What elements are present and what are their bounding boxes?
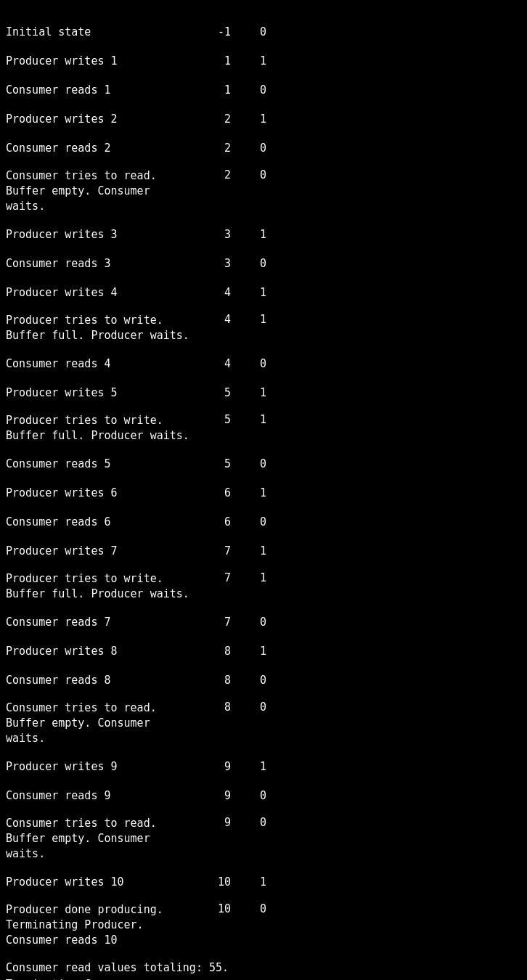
footer-text: Consumer read values totaling: 55.Termin…: [6, 954, 521, 980]
table-row: Producer writes 551: [6, 378, 521, 407]
count-cell: 0: [253, 616, 340, 629]
buffer-cell: 2: [195, 168, 253, 181]
operation-cell: Consumer reads 9: [6, 788, 195, 804]
table-row: Consumer reads 550: [6, 449, 521, 478]
table-row: Consumer reads 440: [6, 349, 521, 378]
operation-cell: Producer tries to write.Buffer full. Pro…: [6, 313, 195, 343]
table-row: Producer writes 441: [6, 278, 521, 307]
table-row: Initial state-10: [6, 17, 521, 46]
main-table: Initial state-10Producer writes 111Consu…: [6, 7, 521, 980]
table-row: Consumer tries to read.Buffer empty. Con…: [6, 163, 521, 220]
table-row: Consumer reads 110: [6, 75, 521, 105]
count-cell: 1: [253, 54, 340, 68]
operation-cell: Producer done producing.Terminating Prod…: [6, 902, 195, 948]
table-row: Producer tries to write.Buffer full. Pro…: [6, 407, 521, 449]
operation-cell: Consumer reads 2: [6, 141, 195, 156]
operation-cell: Consumer tries to read.Buffer empty. Con…: [6, 701, 195, 746]
buffer-cell: 5: [195, 386, 253, 399]
table-row: Consumer reads 330: [6, 249, 521, 278]
operation-cell: Producer writes 6: [6, 486, 195, 501]
buffer-cell: 10: [195, 902, 253, 915]
count-cell: 0: [253, 902, 340, 915]
count-cell: 1: [253, 875, 340, 889]
buffer-cell: 7: [195, 544, 253, 558]
operation-cell: Producer writes 8: [6, 644, 195, 659]
buffer-cell: 1: [195, 83, 253, 97]
buffer-cell: 1: [195, 54, 253, 68]
count-cell: 0: [253, 357, 340, 370]
operation-cell: Consumer reads 4: [6, 356, 195, 372]
table-row: Producer writes 111: [6, 46, 521, 75]
buffer-cell: 9: [195, 816, 253, 829]
count-cell: 1: [253, 645, 340, 658]
count-cell: 0: [253, 83, 340, 97]
count-cell: 1: [253, 113, 340, 126]
buffer-cell: 9: [195, 789, 253, 802]
buffer-cell: 8: [195, 674, 253, 687]
operation-cell: Producer writes 9: [6, 759, 195, 775]
count-cell: 0: [253, 674, 340, 687]
count-cell: 1: [253, 386, 340, 399]
table-body: Initial state-10Producer writes 111Consu…: [6, 17, 521, 954]
buffer-cell: 8: [195, 645, 253, 658]
buffer-cell: 6: [195, 515, 253, 528]
count-cell: 1: [253, 313, 340, 326]
operation-cell: Producer writes 4: [6, 285, 195, 301]
operation-cell: Consumer reads 1: [6, 83, 195, 98]
operation-cell: Consumer tries to read.Buffer empty. Con…: [6, 816, 195, 862]
count-cell: 0: [253, 701, 340, 714]
table-row: Producer writes 221: [6, 105, 521, 134]
buffer-cell: -1: [195, 25, 253, 38]
count-cell: 1: [253, 760, 340, 773]
operation-cell: Producer tries to write.Buffer full. Pro…: [6, 571, 195, 602]
operation-cell: Consumer reads 7: [6, 615, 195, 630]
buffer-cell: 6: [195, 486, 253, 499]
buffer-cell: 7: [195, 616, 253, 629]
buffer-cell: 4: [195, 286, 253, 299]
buffer-cell: 4: [195, 357, 253, 370]
table-row: Consumer reads 990: [6, 781, 521, 810]
operation-cell: Consumer reads 3: [6, 256, 195, 271]
table-row: Producer writes 10101: [6, 867, 521, 897]
operation-cell: Producer writes 2: [6, 112, 195, 127]
count-cell: 1: [253, 544, 340, 558]
table-row: Producer writes 771: [6, 536, 521, 565]
table-row: Consumer reads 220: [6, 134, 521, 163]
buffer-cell: 5: [195, 413, 253, 426]
buffer-cell: 9: [195, 760, 253, 773]
operation-cell: Producer writes 7: [6, 544, 195, 559]
count-cell: 0: [253, 789, 340, 802]
buffer-cell: 10: [195, 875, 253, 889]
buffer-cell: 8: [195, 701, 253, 714]
count-cell: 1: [253, 413, 340, 426]
count-cell: 0: [253, 515, 340, 528]
operation-cell: Consumer reads 6: [6, 515, 195, 530]
count-cell: 0: [253, 457, 340, 470]
operation-cell: Producer writes 10: [6, 875, 195, 890]
buffer-cell: 5: [195, 457, 253, 470]
buffer-cell: 3: [195, 228, 253, 241]
count-cell: 1: [253, 486, 340, 499]
operation-cell: Initial state: [6, 25, 195, 40]
table-header: [6, 7, 521, 17]
table-row: Consumer reads 770: [6, 608, 521, 637]
operation-cell: Consumer reads 5: [6, 457, 195, 472]
buffer-cell: 7: [195, 571, 253, 584]
count-cell: 0: [253, 257, 340, 270]
table-row: Producer tries to write.Buffer full. Pro…: [6, 307, 521, 349]
operation-cell: Producer writes 5: [6, 385, 195, 401]
table-row: Producer writes 661: [6, 478, 521, 507]
operation-cell: Producer writes 3: [6, 227, 195, 242]
buffer-cell: 4: [195, 313, 253, 326]
count-cell: 1: [253, 228, 340, 241]
operation-cell: Producer tries to write.Buffer full. Pro…: [6, 413, 195, 444]
table-row: Producer done producing.Terminating Prod…: [6, 897, 521, 954]
table-row: Producer writes 881: [6, 637, 521, 666]
count-cell: 1: [253, 286, 340, 299]
buffer-cell: 2: [195, 113, 253, 126]
count-cell: 1: [253, 571, 340, 584]
count-cell: 0: [253, 168, 340, 181]
count-cell: 0: [253, 142, 340, 155]
operation-cell: Consumer reads 8: [6, 673, 195, 688]
table-row: Producer writes 331: [6, 220, 521, 249]
